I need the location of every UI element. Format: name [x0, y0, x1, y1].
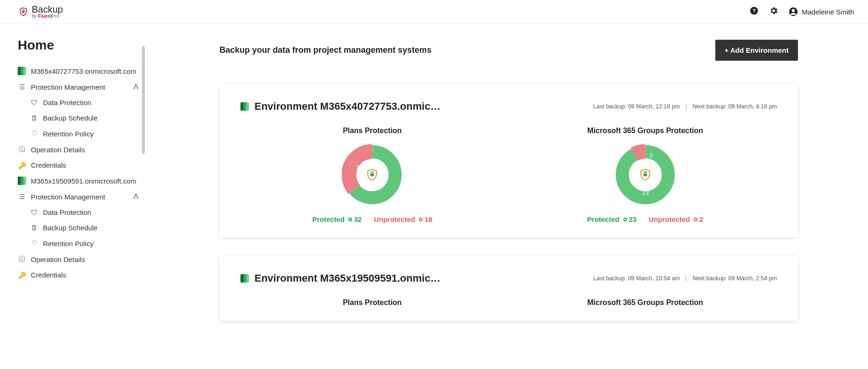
legend-unprotected: Unprotected 2 [649, 215, 703, 223]
sidebar-backup-schedule-1[interactable]: 🗓 Backup Schedule [18, 110, 143, 126]
main-tagline: Backup your data from project management… [219, 45, 431, 55]
shield-lock-icon [19, 7, 28, 16]
planner-icon [240, 274, 249, 283]
sidebar-retention-policy-1[interactable]: ♡ Retention Policy [18, 126, 143, 142]
svg-rect-11 [371, 174, 374, 177]
sidebar-backup-schedule-2[interactable]: 🗓 Backup Schedule [18, 220, 143, 235]
sidebar-protection-mgmt-2[interactable]: ☰ Protection Management ᐱ [18, 189, 143, 205]
sidebar-protection-mgmt-1[interactable]: ☰ Protection Management ᐱ [18, 79, 143, 95]
backup-meta: Last backup: 09 March, 10:54 am | Next b… [593, 275, 777, 282]
chevron-up-icon: ᐱ [134, 192, 138, 201]
list-icon: ☰ [18, 83, 26, 91]
sidebar-data-protection-2[interactable]: 🛡 Data Protection [18, 205, 143, 220]
plans-protection-chart: Plans Protection [240, 298, 504, 316]
info-icon: ⓘ [18, 145, 26, 154]
sidebar: Home M365x40727753.onmicrosoft.com ⌄ ☰ P… [0, 24, 145, 358]
svg-rect-0 [22, 11, 25, 13]
sidebar-operation-details-1[interactable]: ⓘ Operation Details [18, 142, 143, 157]
gear-icon[interactable] [769, 6, 778, 17]
svg-text:?: ? [753, 7, 756, 14]
shield-icon: 🛡 [30, 208, 38, 216]
logo-title: Backup [32, 5, 63, 14]
environment-card: Environment M365x40727753.onmic… Last ba… [219, 84, 798, 237]
planner-icon [18, 67, 26, 75]
chevron-up-icon: ᐱ [134, 83, 138, 91]
key-icon: 🔑 [18, 271, 26, 279]
heart-icon: ♡ [30, 129, 38, 138]
calendar-icon: 🗓 [30, 224, 38, 232]
svg-text:23: 23 [642, 190, 649, 196]
scrollbar-thumb[interactable] [142, 46, 145, 154]
svg-point-4 [792, 9, 795, 12]
legend-unprotected: Unprotected 18 [374, 215, 432, 223]
svg-text:32: 32 [381, 177, 388, 183]
header-actions: ? Madeleine Smith [749, 6, 854, 17]
backup-meta: Last backup: 09 March, 12:18 pm | Next b… [593, 103, 777, 110]
logo-subtitle: by FluentPro [32, 14, 63, 19]
next-backup: Next backup: 09 March, 4:18 pm [692, 103, 777, 110]
sidebar-credentials-1[interactable]: 🔑 Credentials [18, 157, 143, 173]
sidebar-retention-policy-2[interactable]: ♡ Retention Policy [18, 235, 143, 251]
legend-protected: Protected 23 [587, 215, 636, 223]
sidebar-env-1[interactable]: M365x40727753.onmicrosoft.com ⌄ [18, 63, 143, 79]
svg-rect-18 [643, 174, 647, 177]
plans-protection-chart: Plans Protection 32 18 [240, 127, 504, 223]
sidebar-scroll[interactable]: M365x40727753.onmicrosoft.com ⌄ ☰ Protec… [18, 63, 143, 325]
heart-icon: ♡ [30, 239, 38, 248]
groups-protection-chart: Microsoft 365 Groups Protection 23 2 [514, 127, 777, 223]
app-logo[interactable]: Backup by FluentPro [19, 5, 63, 19]
planner-icon [18, 177, 26, 185]
sidebar-scrollbar[interactable] [142, 46, 145, 308]
main-content: Backup your data from project management… [145, 24, 868, 358]
user-icon [789, 7, 798, 16]
user-menu[interactable]: Madeleine Smith [789, 7, 854, 16]
svg-text:18: 18 [356, 164, 363, 170]
sidebar-data-protection-1[interactable]: 🛡 Data Protection [18, 95, 143, 110]
page-title: Home [18, 38, 143, 53]
last-backup: Last backup: 09 March, 12:18 pm [593, 103, 680, 110]
groups-protection-chart: Microsoft 365 Groups Protection [514, 298, 777, 316]
next-backup: Next backup: 09 March, 2:54 pm [692, 275, 777, 282]
shield-lock-icon [635, 165, 655, 184]
calendar-icon: 🗓 [30, 114, 38, 122]
planner-icon [240, 102, 249, 111]
help-icon[interactable]: ? [749, 6, 759, 17]
environment-card: Environment M365x19509591.onmic… Last ba… [219, 256, 798, 321]
app-header: Backup by FluentPro ? Madeleine Smith [0, 0, 868, 24]
shield-lock-icon [362, 165, 382, 184]
last-backup: Last backup: 09 March, 10:54 am [593, 275, 680, 282]
sidebar-env-2[interactable]: M365x19509591.onmicrosoft.com ⌄ [18, 173, 143, 189]
shield-icon: 🛡 [30, 99, 38, 106]
legend-protected: Protected 32 [312, 215, 362, 223]
info-icon: ⓘ [18, 255, 26, 263]
add-environment-button[interactable]: + Add Environment [715, 40, 798, 61]
sidebar-credentials-2[interactable]: 🔑 Credentials [18, 267, 143, 283]
user-name: Madeleine Smith [802, 8, 854, 16]
svg-text:2: 2 [649, 152, 653, 159]
environment-title[interactable]: Environment M365x40727753.onmic… [240, 100, 441, 113]
list-icon: ☰ [18, 193, 26, 200]
environment-title[interactable]: Environment M365x19509591.onmic… [240, 272, 441, 284]
sidebar-operation-details-2[interactable]: ⓘ Operation Details [18, 251, 143, 267]
key-icon: 🔑 [18, 162, 26, 169]
